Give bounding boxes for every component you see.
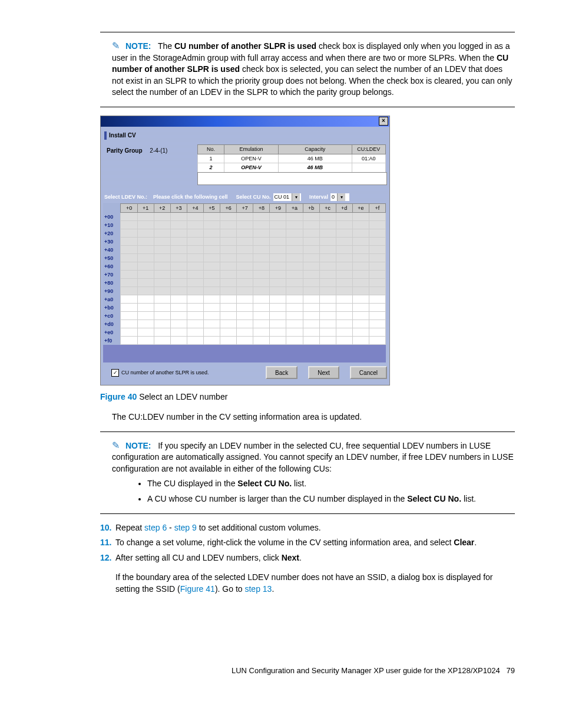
grid-cell[interactable] [203,279,220,287]
grid-cell[interactable] [270,337,286,345]
grid-cell[interactable] [187,279,203,287]
grid-cell[interactable] [154,312,170,320]
grid-cell[interactable] [121,262,137,271]
grid-cell[interactable] [203,320,220,328]
grid-cell[interactable] [253,213,270,221]
grid-cell[interactable] [270,262,286,271]
grid-cell[interactable] [286,246,303,254]
grid-cell[interactable] [303,229,319,238]
grid-cell[interactable] [336,229,352,238]
grid-cell[interactable] [170,320,187,328]
grid-cell[interactable] [319,254,336,262]
slpr-checkbox[interactable]: ✓ [111,369,119,377]
grid-cell[interactable] [203,221,220,229]
grid-cell[interactable] [352,287,369,295]
grid-cell[interactable] [369,279,385,287]
grid-cell[interactable] [303,238,319,246]
grid-cell[interactable] [137,295,154,304]
grid-cell[interactable] [170,312,187,320]
grid-cell[interactable] [220,271,237,279]
grid-cell[interactable] [121,271,137,279]
grid-cell[interactable] [237,287,253,295]
grid-cell[interactable] [121,304,137,312]
grid-cell[interactable] [369,271,385,279]
table-row[interactable]: 1 OPEN-V 46 MB 01:A0 [198,154,386,163]
grid-cell[interactable] [319,337,336,345]
grid-cell[interactable] [336,271,352,279]
grid-cell[interactable] [203,238,220,246]
grid-cell[interactable] [336,287,352,295]
grid-cell[interactable] [237,246,253,254]
grid-cell[interactable] [203,312,220,320]
grid-cell[interactable] [154,254,170,262]
grid-cell[interactable] [286,328,303,337]
grid-cell[interactable] [253,279,270,287]
grid-cell[interactable] [121,238,137,246]
grid-cell[interactable] [220,279,237,287]
grid-cell[interactable] [303,262,319,271]
grid-cell[interactable] [203,304,220,312]
grid-cell[interactable] [137,246,154,254]
grid-cell[interactable] [253,238,270,246]
grid-cell[interactable] [253,328,270,337]
grid-cell[interactable] [203,213,220,221]
grid-cell[interactable] [121,229,137,238]
link-step9[interactable]: step 9 [174,523,197,532]
grid-cell[interactable] [137,262,154,271]
grid-cell[interactable] [352,262,369,271]
grid-cell[interactable] [220,221,237,229]
grid-cell[interactable] [319,213,336,221]
grid-cell[interactable] [369,328,385,337]
grid-cell[interactable] [220,304,237,312]
grid-cell[interactable] [303,304,319,312]
grid-cell[interactable] [187,328,203,337]
grid-cell[interactable] [319,312,336,320]
grid-cell[interactable] [336,254,352,262]
grid-cell[interactable] [286,238,303,246]
grid-cell[interactable] [303,287,319,295]
grid-cell[interactable] [319,262,336,271]
grid-cell[interactable] [187,271,203,279]
grid-cell[interactable] [237,213,253,221]
grid-cell[interactable] [137,238,154,246]
grid-cell[interactable] [303,295,319,304]
grid-cell[interactable] [170,337,187,345]
grid-cell[interactable] [336,213,352,221]
grid-cell[interactable] [352,221,369,229]
cancel-button[interactable]: Cancel [350,366,387,379]
grid-cell[interactable] [336,328,352,337]
grid-cell[interactable] [319,295,336,304]
grid-cell[interactable] [286,229,303,238]
grid-cell[interactable] [286,279,303,287]
grid-cell[interactable] [154,262,170,271]
grid-cell[interactable] [170,304,187,312]
grid-cell[interactable] [154,279,170,287]
grid-cell[interactable] [286,312,303,320]
grid-cell[interactable] [154,337,170,345]
grid-cell[interactable] [270,213,286,221]
interval-combo[interactable]: 0▾ [330,193,349,201]
grid-cell[interactable] [270,246,286,254]
grid-cell[interactable] [253,287,270,295]
grid-cell[interactable] [170,328,187,337]
grid-cell[interactable] [319,271,336,279]
grid-cell[interactable] [253,320,270,328]
grid-cell[interactable] [203,328,220,337]
grid-cell[interactable] [369,221,385,229]
grid-cell[interactable] [170,213,187,221]
grid-cell[interactable] [121,337,137,345]
grid-cell[interactable] [286,304,303,312]
grid-cell[interactable] [286,254,303,262]
grid-cell[interactable] [303,279,319,287]
grid-cell[interactable] [369,295,385,304]
grid-cell[interactable] [154,320,170,328]
back-button[interactable]: Back [266,366,297,379]
grid-cell[interactable] [187,246,203,254]
grid-cell[interactable] [319,304,336,312]
grid-cell[interactable] [270,295,286,304]
chevron-down-icon[interactable]: ▾ [337,193,345,201]
grid-cell[interactable] [137,254,154,262]
grid-cell[interactable] [170,271,187,279]
grid-cell[interactable] [286,295,303,304]
grid-cell[interactable] [121,295,137,304]
